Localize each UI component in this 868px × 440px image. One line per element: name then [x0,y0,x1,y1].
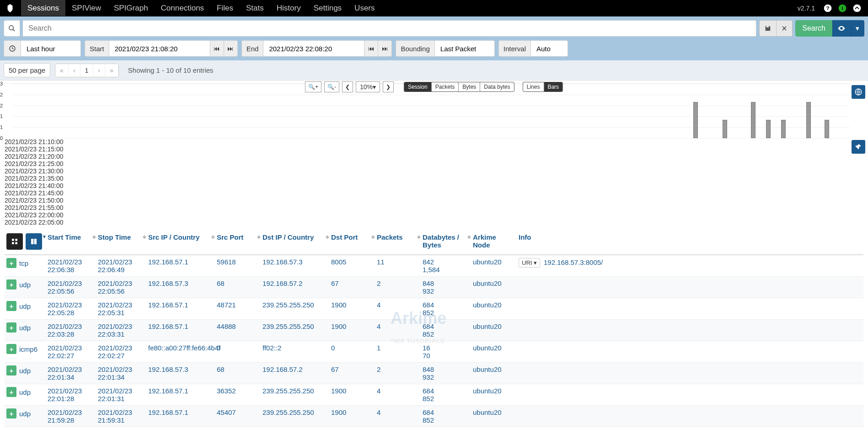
pager-next[interactable]: › [93,64,105,77]
cell[interactable]: 0 [215,341,261,363]
save-search-button[interactable] [759,20,776,37]
cell[interactable]: 1900 [329,298,375,320]
cell[interactable] [517,298,863,320]
cell[interactable]: 192.168.57.1 [146,320,215,341]
cell[interactable]: 8421,584 [421,255,471,277]
zoom-out-icon[interactable]: 🔍- [324,81,339,92]
nav-settings[interactable]: Settings [307,0,348,16]
cell[interactable]: 67 [329,363,375,384]
chart-bar[interactable] [723,120,727,138]
cell[interactable]: 2021/02/2322:01:34 [96,363,146,384]
col-dst-ip[interactable]: ◆Dst IP / Country [261,231,329,255]
col-dst-port[interactable]: ◆Dst Port [329,231,375,255]
end-time-input[interactable] [263,41,364,56]
cell[interactable] [517,406,863,427]
bounding-value[interactable] [435,41,494,56]
cell[interactable]: 48721 [215,298,261,320]
map-button[interactable] [852,85,865,99]
start-time-input[interactable] [109,41,210,56]
cell[interactable] [517,341,863,363]
cell[interactable]: 192.168.57.1 [146,298,215,320]
expand-row-button[interactable]: + [6,344,16,354]
chart-bar[interactable] [751,102,755,138]
pager-page-1[interactable]: 1 [80,64,94,77]
help-icon[interactable]: ? [822,3,833,14]
cell[interactable]: ubuntu20 [471,406,517,427]
chart-prev-button[interactable]: ❮ [342,81,353,92]
cell[interactable]: ubuntu20 [471,363,517,384]
metric-data-bytes[interactable]: Data bytes [480,82,514,91]
cell[interactable]: 684852 [421,406,471,427]
cell[interactable]: 239.255.255.250 [261,298,329,320]
cell[interactable]: 192.168.57.2 [261,277,329,298]
metric-packets[interactable]: Packets [432,82,459,91]
pin-button[interactable] [852,140,865,154]
chart-bar[interactable] [825,120,829,138]
expand-row-button[interactable]: + [6,408,16,419]
cell[interactable]: 192.168.57.1 [146,406,215,427]
info-field-select[interactable]: URI ▾ [519,258,540,268]
cell[interactable]: 2021/02/2322:05:56 [96,277,146,298]
cell[interactable]: 684852 [421,384,471,406]
pager-prev[interactable]: ‹ [69,64,80,77]
protocol[interactable]: udp [19,324,31,332]
col-src-port[interactable]: ◆Src Port [215,231,261,255]
columns-button[interactable] [26,233,42,250]
protocol[interactable]: udp [19,302,31,310]
expand-row-button[interactable]: + [6,279,16,290]
cell[interactable]: 11 [375,255,421,277]
zoom-percent[interactable]: 10% ▾ [356,81,380,92]
search-options-dropdown[interactable]: ▾ [851,20,864,37]
pager-last[interactable]: » [105,64,118,77]
cell[interactable]: 2021/02/2322:02:27 [46,341,96,363]
cell[interactable]: 848932 [421,277,471,298]
protocol[interactable]: udp [19,367,31,375]
nav-spigraph[interactable]: SPIGraph [107,0,155,16]
cell[interactable]: 59618 [215,255,261,277]
protocol[interactable]: icmp6 [19,345,38,353]
metric-session[interactable]: Session [404,82,432,91]
time-range-select[interactable] [4,40,81,57]
cell[interactable]: 45407 [215,406,261,427]
cell[interactable]: 1900 [329,320,375,341]
cell[interactable]: ubuntu20 [471,384,517,406]
cell[interactable]: ubuntu20 [471,320,517,341]
expand-row-button[interactable]: + [6,258,16,268]
end-prev-button[interactable]: ⏮ [364,41,378,56]
nav-history[interactable]: History [270,0,307,16]
cell[interactable]: 192.168.57.3 [146,363,215,384]
cell[interactable]: 4 [375,298,421,320]
cell[interactable]: 0 [329,341,375,363]
nav-sessions[interactable]: Sessions [21,0,65,16]
chart-bar[interactable] [781,120,786,138]
cell[interactable]: ff02::2 [261,341,329,363]
cell[interactable]: 44888 [215,320,261,341]
cell[interactable]: 239.255.255.250 [261,406,329,427]
list-columns-button[interactable] [854,233,862,242]
cell[interactable]: 67 [329,277,375,298]
cell[interactable]: 684852 [421,320,471,341]
cell[interactable]: 4 [375,320,421,341]
style-bars[interactable]: Bars [544,82,563,91]
nav-files[interactable]: Files [210,0,240,16]
cell[interactable]: ubuntu20 [471,277,517,298]
cell[interactable]: 1900 [329,406,375,427]
chevron-up-icon[interactable] [852,3,863,14]
info-value[interactable]: 192.168.57.3:8005/ [544,258,603,266]
cell[interactable]: 192.168.57.1 [146,255,215,277]
cell[interactable]: 2021/02/2322:02:27 [96,341,146,363]
cell[interactable]: ubuntu20 [471,298,517,320]
cell[interactable]: fe80::a00:27ff:fe66:4b4f [146,341,215,363]
search-icon[interactable] [4,20,20,37]
nav-connections[interactable]: Connections [155,0,211,16]
col-start-time[interactable]: ▼Start Time [46,231,96,255]
cell[interactable]: URI ▾192.168.57.3:8005/ [517,255,863,277]
cell[interactable]: 2 [375,277,421,298]
style-lines[interactable]: Lines [523,82,544,91]
view-toggle-button[interactable] [832,20,851,37]
end-next-button[interactable]: ⏭ [378,41,391,56]
cell[interactable]: 1 [375,341,421,363]
time-range-value[interactable] [21,41,80,56]
cell[interactable] [517,320,863,341]
cell[interactable]: 2 [375,363,421,384]
